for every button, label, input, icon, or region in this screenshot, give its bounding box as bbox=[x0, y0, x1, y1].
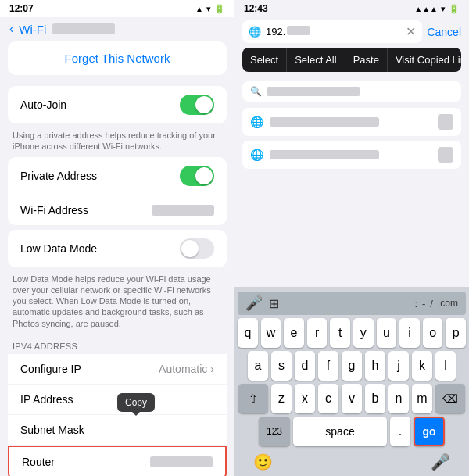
key-k[interactable]: k bbox=[412, 351, 432, 381]
key-l[interactable]: l bbox=[435, 351, 456, 381]
key-o[interactable]: o bbox=[423, 318, 443, 348]
subnet-mask-label: Subnet Mask bbox=[20, 424, 84, 436]
key-a[interactable]: a bbox=[248, 351, 268, 381]
keyboard-row-1: q w e r t y u i o p bbox=[238, 318, 466, 348]
key-f[interactable]: f bbox=[318, 351, 338, 381]
slash-key[interactable]: / bbox=[430, 298, 433, 310]
back-label: Wi-Fi bbox=[19, 23, 46, 36]
key-q[interactable]: q bbox=[238, 318, 258, 348]
key-j[interactable]: j bbox=[388, 351, 409, 381]
numbers-key[interactable]: 123 bbox=[259, 417, 290, 446]
auto-join-label: Auto-Join bbox=[20, 98, 66, 111]
dotcom-key[interactable]: .com bbox=[438, 298, 458, 309]
list-globe-icon-2: 🌐 bbox=[250, 149, 263, 161]
key-d[interactable]: d bbox=[295, 351, 315, 381]
key-t[interactable]: t bbox=[330, 318, 350, 348]
go-key[interactable]: go bbox=[414, 417, 445, 446]
browser-bar: 🌐 192. ✕ Cancel bbox=[234, 17, 469, 46]
router-label: Router bbox=[22, 456, 55, 468]
dash-key[interactable]: - bbox=[422, 298, 425, 310]
configure-ip-row[interactable]: Configure IP Automatic › bbox=[8, 354, 227, 385]
left-nav-bar: ‹ Wi-Fi bbox=[0, 17, 234, 41]
private-address-label: Private Address bbox=[20, 170, 97, 182]
space-key[interactable]: space bbox=[293, 417, 387, 446]
key-x[interactable]: x bbox=[295, 384, 315, 413]
key-n[interactable]: n bbox=[388, 384, 409, 413]
low-data-mode-label: Low Data Mode bbox=[20, 242, 97, 255]
configure-ip-value: Automatic › bbox=[159, 363, 214, 375]
key-m[interactable]: m bbox=[412, 384, 432, 413]
wifi-settings-card: Auto-Join bbox=[8, 86, 227, 123]
left-status-icons: ▲ ▾ 🔋 bbox=[195, 4, 225, 14]
search-bar-row: 🔍 bbox=[242, 81, 461, 102]
low-data-mode-toggle[interactable] bbox=[180, 238, 214, 259]
forget-label[interactable]: Forget This Network bbox=[20, 52, 214, 65]
private-address-toggle[interactable] bbox=[180, 166, 214, 186]
list-url-blur-2 bbox=[270, 150, 379, 159]
select-all-menu-item[interactable]: Select All bbox=[287, 48, 345, 72]
key-e[interactable]: e bbox=[284, 318, 304, 348]
key-b[interactable]: b bbox=[365, 384, 385, 413]
wifi-icon: ▾ bbox=[206, 4, 211, 14]
visit-copied-menu-item[interactable]: Visit Copied Link bbox=[388, 48, 461, 72]
cancel-button[interactable]: Cancel bbox=[427, 26, 461, 38]
key-i[interactable]: i bbox=[399, 318, 420, 348]
low-data-description: Low Data Mode helps reduce your Wi-Fi da… bbox=[0, 272, 234, 334]
url-blur bbox=[287, 26, 310, 35]
right-signal-icon: ▲▲▲ bbox=[414, 5, 438, 13]
low-data-mode-row[interactable]: Low Data Mode bbox=[8, 230, 227, 267]
list-url-blur-1 bbox=[270, 117, 379, 127]
search-blur bbox=[267, 87, 360, 96]
url-bar[interactable]: 🌐 192. ✕ bbox=[242, 20, 422, 43]
browser-content: 🔍 🌐 🌐 bbox=[234, 75, 469, 287]
keyboard-bottom-bar: 🙂 🎤 bbox=[238, 449, 466, 473]
chevron-right-icon: › bbox=[210, 363, 214, 375]
subnet-mask-row: Subnet Mask Copy bbox=[8, 415, 227, 446]
mic-bottom-icon[interactable]: 🎤 bbox=[431, 453, 450, 471]
chevron-left-icon: ‹ bbox=[9, 22, 13, 36]
emoji-icon[interactable]: 🙂 bbox=[253, 453, 273, 471]
key-p[interactable]: p bbox=[446, 318, 466, 348]
key-v[interactable]: v bbox=[342, 384, 362, 413]
private-address-row[interactable]: Private Address bbox=[8, 157, 227, 195]
key-z[interactable]: z bbox=[271, 384, 292, 413]
key-u[interactable]: u bbox=[377, 318, 397, 348]
key-w[interactable]: w bbox=[261, 318, 281, 348]
list-item-2[interactable]: 🌐 bbox=[242, 141, 461, 169]
signal-icon: ▲ bbox=[195, 5, 203, 13]
auto-join-toggle[interactable] bbox=[180, 95, 214, 115]
private-address-card: Private Address Wi-Fi Address bbox=[8, 157, 227, 225]
keyboard-row-4: 123 space . go bbox=[238, 417, 466, 446]
ipv4-header: IPV4 ADDRESS bbox=[0, 334, 234, 354]
right-status-bar: 12:43 ▲▲▲ ▾ 🔋 bbox=[234, 0, 469, 17]
left-time: 12:07 bbox=[9, 3, 34, 14]
wifi-address-value bbox=[152, 205, 214, 216]
url-clear-button[interactable]: ✕ bbox=[406, 24, 416, 39]
auto-join-row[interactable]: Auto-Join bbox=[8, 86, 227, 123]
shift-key[interactable]: ⇧ bbox=[238, 384, 268, 413]
list-item-1[interactable]: 🌐 bbox=[242, 108, 461, 136]
list-thumb-2 bbox=[438, 147, 453, 163]
router-value bbox=[150, 456, 213, 467]
list-globe-icon-1: 🌐 bbox=[250, 116, 263, 128]
paste-menu-item[interactable]: Paste bbox=[345, 48, 388, 72]
delete-key[interactable]: ⌫ bbox=[435, 384, 465, 413]
key-s[interactable]: s bbox=[271, 351, 292, 381]
key-h[interactable]: h bbox=[365, 351, 385, 381]
key-r[interactable]: r bbox=[307, 318, 328, 348]
key-g[interactable]: g bbox=[342, 351, 362, 381]
toolbar-left: 🎤 ⊞ bbox=[245, 295, 279, 312]
select-menu-item[interactable]: Select bbox=[242, 48, 287, 72]
key-y[interactable]: y bbox=[353, 318, 374, 348]
forget-network-row[interactable]: Forget This Network bbox=[8, 41, 227, 75]
key-c[interactable]: c bbox=[318, 384, 338, 413]
grid-icon[interactable]: ⊞ bbox=[269, 296, 279, 311]
private-description: Using a private address helps reduce tra… bbox=[0, 128, 234, 157]
ip-address-label: IP Address bbox=[20, 393, 73, 406]
mic-icon[interactable]: 🎤 bbox=[245, 295, 263, 312]
dot-key[interactable]: . bbox=[390, 417, 410, 446]
back-button[interactable]: ‹ Wi-Fi bbox=[9, 22, 46, 36]
copy-tooltip[interactable]: Copy bbox=[117, 393, 155, 412]
router-row: Router bbox=[8, 446, 227, 476]
colon-key[interactable]: : bbox=[414, 298, 417, 310]
